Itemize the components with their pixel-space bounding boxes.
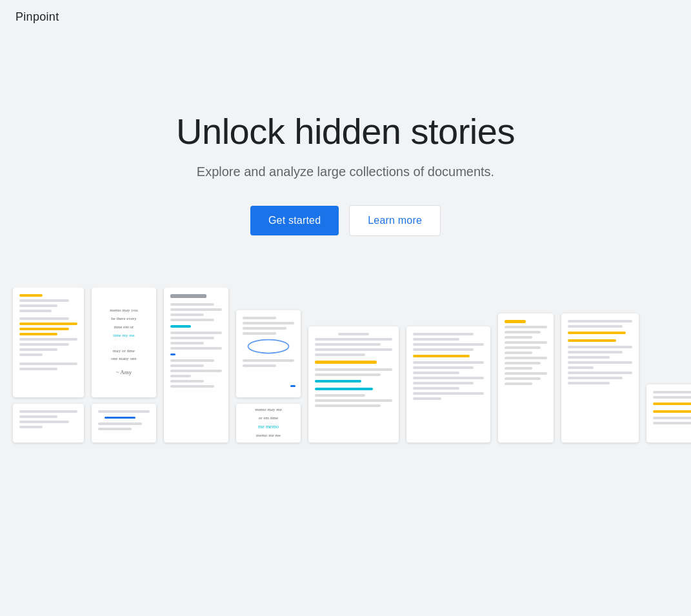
doc-line [568,366,594,369]
handwritten-text: me memo [258,423,279,430]
doc-line [568,356,610,359]
doc-line [505,336,532,339]
doc-line [170,375,191,377]
doc-card-3 [92,404,156,442]
docs-grid: memo may you be there every time em or t… [0,288,691,442]
doc-line [19,363,77,365]
doc-line [568,382,610,384]
doc-line [505,341,547,344]
doc-line [170,380,204,383]
doc-card-4 [164,288,228,442]
doc-line [170,303,214,306]
doc-line [19,343,69,346]
docs-showcase: memo may you be there every time em or t… [0,288,691,468]
get-started-button[interactable]: Get started [250,206,339,235]
doc-line [653,417,691,419]
doc-line [413,392,484,395]
doc-line [19,426,43,428]
doc-line [568,325,623,328]
doc-yellow-line [315,361,377,364]
doc-line [315,404,381,407]
doc-line [170,332,222,334]
doc-line [315,399,392,402]
doc-line [98,428,132,430]
doc-line [505,367,532,370]
doc-line [338,333,369,335]
handwritten-text: memo me me [256,433,281,439]
doc-yellow-line [568,339,616,342]
doc-line [243,332,276,335]
doc-handwritten-1: memo may you be there every time em or t… [92,288,156,397]
doc-card-6 [308,326,399,442]
doc-line [243,317,276,319]
doc-line [315,348,392,351]
doc-line [505,372,547,375]
handwritten-text: may or time [113,348,135,355]
doc-line [568,346,632,348]
doc-line [170,313,204,316]
doc-line [413,366,474,369]
hero-section: Unlock hidden stories Explore and analyz… [0,34,691,288]
doc-card-1 [13,288,84,397]
doc-line [19,294,43,297]
doc-line [19,299,69,302]
doc-line [568,372,632,374]
doc-line [505,346,541,349]
doc-line [413,377,484,379]
doc-line [243,359,294,362]
doc-line [413,338,459,341]
doc-line [170,370,222,372]
doc-line [568,320,632,323]
doc-line [413,382,474,384]
doc-line-yellow [19,328,69,330]
doc-line [170,319,214,321]
doc-line [413,372,459,374]
doc-col-7 [498,313,554,442]
doc-yellow-line [653,402,691,405]
doc-line [170,342,204,344]
doc-line [170,385,214,388]
doc-line [568,361,632,364]
doc-line [413,387,459,390]
doc-line [413,361,484,364]
doc-teal-line [315,380,361,383]
doc-line-yellow [19,323,77,325]
doc-line [170,294,206,298]
hero-title: Unlock hidden stories [176,112,515,152]
doc-card-10 [646,384,691,442]
doc-line [243,364,276,367]
doc-col-2: memo may you be there every time em or t… [92,288,156,442]
doc-yellow-line [505,320,526,323]
doc-line [19,348,57,351]
circle-annotation [246,337,291,355]
doc-line [170,364,204,367]
doc-col-3 [164,288,228,442]
learn-more-button[interactable]: Learn more [349,205,441,236]
doc-col-8 [561,313,639,442]
doc-line [19,353,43,356]
doc-line [315,368,392,371]
handwritten-text: time my me [113,333,134,339]
doc-card-2 [13,404,84,442]
doc-line [19,317,69,320]
doc-line [413,333,474,335]
doc-line [315,338,392,341]
doc-line [505,383,532,385]
doc-line [568,377,623,379]
doc-yellow-line [653,410,691,413]
doc-yellow-line [413,355,470,357]
doc-teal-line [315,388,373,390]
doc-col-5 [308,326,399,442]
doc-line [653,391,691,393]
doc-line [413,343,484,346]
doc-col-4: memo may me or em time me memo memo me m… [236,310,301,442]
doc-col-9 [646,384,691,442]
doc-line [98,422,142,425]
doc-line [568,351,623,353]
doc-line [170,308,222,311]
doc-col-6 [406,326,490,442]
doc-line [98,410,150,413]
handwritten-text: or em time [259,415,278,422]
handwritten-text: memo may me [255,407,282,413]
doc-line [315,343,381,346]
